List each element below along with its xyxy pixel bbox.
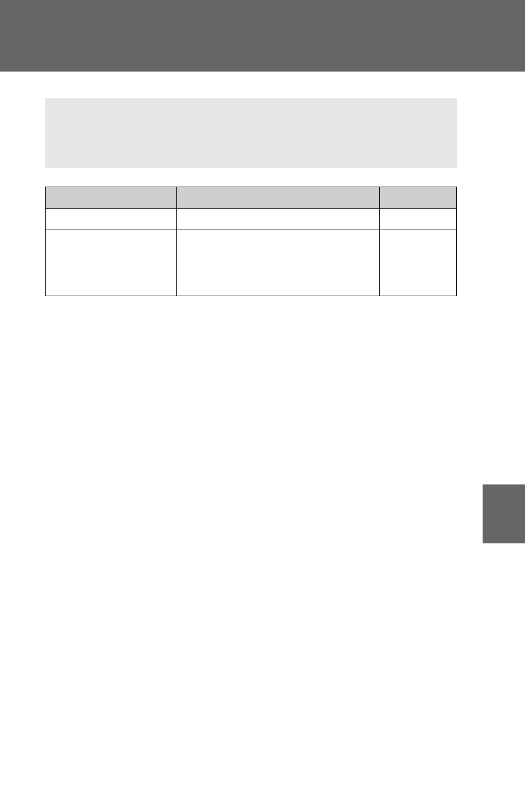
table-header-cell [46,187,177,209]
data-table [45,187,457,296]
header-bar [0,0,525,72]
table-row [46,209,457,230]
table-cell [176,230,380,296]
table-row [46,230,457,296]
table-cell [380,209,457,230]
content-block [45,98,457,168]
table-cell [176,209,380,230]
table-header-cell [176,187,380,209]
table-header-row [46,187,457,209]
side-tab [483,484,525,543]
table-cell [380,230,457,296]
table-cell [46,209,177,230]
table-header-cell [380,187,457,209]
table-cell [46,230,177,296]
